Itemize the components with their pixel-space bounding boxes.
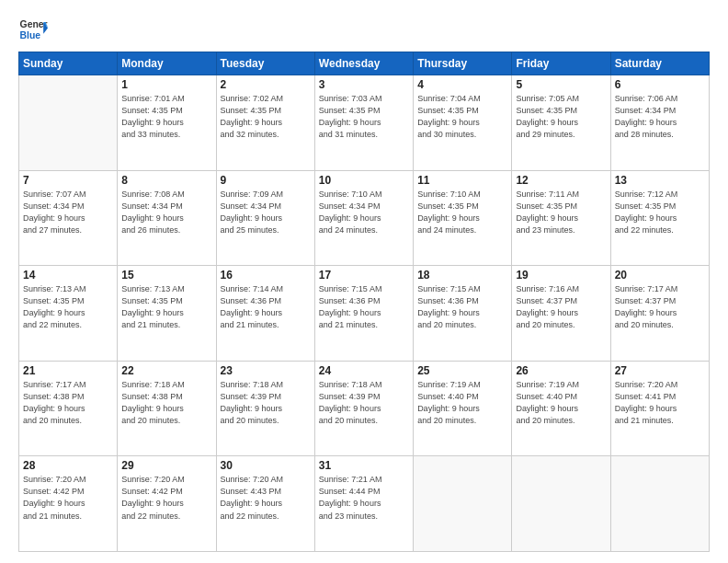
calendar-cell: 15Sunrise: 7:13 AMSunset: 4:35 PMDayligh… — [118, 266, 216, 362]
calendar-cell: 18Sunrise: 7:15 AMSunset: 4:36 PMDayligh… — [414, 266, 512, 362]
calendar-cell: 21Sunrise: 7:17 AMSunset: 4:38 PMDayligh… — [19, 361, 118, 456]
calendar-cell: 24Sunrise: 7:18 AMSunset: 4:39 PMDayligh… — [314, 361, 413, 456]
calendar-cell: 12Sunrise: 7:11 AMSunset: 4:35 PMDayligh… — [512, 170, 610, 266]
day-info: Sunrise: 7:17 AMSunset: 4:37 PMDaylight:… — [615, 283, 705, 331]
weekday-monday: Monday — [118, 52, 216, 75]
day-number: 10 — [319, 174, 409, 187]
day-number: 11 — [417, 174, 507, 187]
calendar-cell: 30Sunrise: 7:20 AMSunset: 4:43 PMDayligh… — [216, 456, 314, 552]
day-number: 22 — [121, 364, 211, 377]
day-number: 8 — [121, 174, 211, 187]
calendar-cell — [19, 75, 118, 171]
weekday-header-row: SundayMondayTuesdayWednesdayThursdayFrid… — [19, 52, 710, 75]
calendar-cell: 6Sunrise: 7:06 AMSunset: 4:34 PMDaylight… — [610, 75, 709, 171]
day-number: 21 — [23, 364, 113, 377]
day-info: Sunrise: 7:15 AMSunset: 4:36 PMDaylight:… — [319, 283, 409, 331]
calendar-cell: 5Sunrise: 7:05 AMSunset: 4:35 PMDaylight… — [512, 75, 610, 171]
day-number: 19 — [516, 269, 606, 282]
day-info: Sunrise: 7:04 AMSunset: 4:35 PMDaylight:… — [417, 93, 507, 141]
header: General Blue — [18, 15, 710, 44]
calendar-cell: 9Sunrise: 7:09 AMSunset: 4:34 PMDaylight… — [216, 170, 314, 266]
day-info: Sunrise: 7:20 AMSunset: 4:41 PMDaylight:… — [615, 379, 705, 427]
calendar-week-row: 28Sunrise: 7:20 AMSunset: 4:42 PMDayligh… — [19, 456, 710, 552]
day-info: Sunrise: 7:19 AMSunset: 4:40 PMDaylight:… — [417, 379, 507, 427]
day-number: 25 — [417, 364, 507, 377]
svg-text:Blue: Blue — [20, 30, 41, 40]
calendar-cell: 7Sunrise: 7:07 AMSunset: 4:34 PMDaylight… — [19, 170, 118, 266]
day-number: 7 — [23, 174, 113, 187]
day-number: 27 — [615, 364, 705, 377]
calendar-cell: 8Sunrise: 7:08 AMSunset: 4:34 PMDaylight… — [118, 170, 216, 266]
calendar-cell: 16Sunrise: 7:14 AMSunset: 4:36 PMDayligh… — [216, 266, 314, 362]
day-info: Sunrise: 7:12 AMSunset: 4:35 PMDaylight:… — [615, 189, 705, 236]
weekday-saturday: Saturday — [610, 52, 709, 75]
logo-icon: General Blue — [18, 15, 48, 44]
calendar-week-row: 14Sunrise: 7:13 AMSunset: 4:35 PMDayligh… — [19, 266, 710, 362]
calendar-cell: 1Sunrise: 7:01 AMSunset: 4:35 PMDaylight… — [118, 75, 216, 171]
day-info: Sunrise: 7:19 AMSunset: 4:40 PMDaylight:… — [516, 379, 606, 427]
day-info: Sunrise: 7:07 AMSunset: 4:34 PMDaylight:… — [23, 189, 113, 236]
day-number: 6 — [615, 78, 705, 91]
day-number: 23 — [221, 364, 311, 377]
day-number: 29 — [121, 459, 211, 472]
calendar-cell: 2Sunrise: 7:02 AMSunset: 4:35 PMDaylight… — [216, 75, 314, 171]
day-info: Sunrise: 7:18 AMSunset: 4:38 PMDaylight:… — [121, 379, 211, 427]
calendar-cell: 26Sunrise: 7:19 AMSunset: 4:40 PMDayligh… — [512, 361, 610, 456]
calendar-cell: 23Sunrise: 7:18 AMSunset: 4:39 PMDayligh… — [216, 361, 314, 456]
day-number: 28 — [23, 459, 113, 472]
day-number: 30 — [221, 459, 311, 472]
day-number: 3 — [319, 78, 409, 91]
calendar-cell: 28Sunrise: 7:20 AMSunset: 4:42 PMDayligh… — [19, 456, 118, 552]
calendar-cell: 13Sunrise: 7:12 AMSunset: 4:35 PMDayligh… — [610, 170, 709, 266]
day-number: 5 — [516, 78, 606, 91]
day-number: 17 — [319, 269, 409, 282]
day-info: Sunrise: 7:18 AMSunset: 4:39 PMDaylight:… — [221, 379, 311, 427]
calendar-cell: 31Sunrise: 7:21 AMSunset: 4:44 PMDayligh… — [314, 456, 413, 552]
calendar-cell — [512, 456, 610, 552]
day-number: 2 — [221, 78, 311, 91]
calendar-week-row: 7Sunrise: 7:07 AMSunset: 4:34 PMDaylight… — [19, 170, 710, 266]
day-number: 16 — [221, 269, 311, 282]
day-info: Sunrise: 7:14 AMSunset: 4:36 PMDaylight:… — [221, 283, 311, 331]
calendar-week-row: 1Sunrise: 7:01 AMSunset: 4:35 PMDaylight… — [19, 75, 710, 171]
calendar-cell: 25Sunrise: 7:19 AMSunset: 4:40 PMDayligh… — [414, 361, 512, 456]
day-number: 9 — [221, 174, 311, 187]
calendar-cell: 19Sunrise: 7:16 AMSunset: 4:37 PMDayligh… — [512, 266, 610, 362]
day-info: Sunrise: 7:20 AMSunset: 4:43 PMDaylight:… — [221, 474, 311, 522]
day-number: 18 — [417, 269, 507, 282]
calendar-table: SundayMondayTuesdayWednesdayThursdayFrid… — [18, 52, 710, 552]
day-info: Sunrise: 7:16 AMSunset: 4:37 PMDaylight:… — [516, 283, 606, 331]
weekday-wednesday: Wednesday — [314, 52, 413, 75]
calendar-cell: 3Sunrise: 7:03 AMSunset: 4:35 PMDaylight… — [314, 75, 413, 171]
day-number: 31 — [319, 459, 409, 472]
day-number: 24 — [319, 364, 409, 377]
day-info: Sunrise: 7:13 AMSunset: 4:35 PMDaylight:… — [121, 283, 211, 331]
day-info: Sunrise: 7:09 AMSunset: 4:34 PMDaylight:… — [221, 189, 311, 236]
day-number: 26 — [516, 364, 606, 377]
day-number: 1 — [121, 78, 211, 91]
day-number: 12 — [516, 174, 606, 187]
calendar-cell: 4Sunrise: 7:04 AMSunset: 4:35 PMDaylight… — [414, 75, 512, 171]
day-info: Sunrise: 7:15 AMSunset: 4:36 PMDaylight:… — [417, 283, 507, 331]
weekday-tuesday: Tuesday — [216, 52, 314, 75]
day-number: 15 — [121, 269, 211, 282]
day-info: Sunrise: 7:17 AMSunset: 4:38 PMDaylight:… — [23, 379, 113, 427]
day-info: Sunrise: 7:02 AMSunset: 4:35 PMDaylight:… — [221, 93, 311, 141]
weekday-friday: Friday — [512, 52, 610, 75]
day-info: Sunrise: 7:10 AMSunset: 4:34 PMDaylight:… — [319, 189, 409, 236]
day-number: 4 — [417, 78, 507, 91]
day-info: Sunrise: 7:20 AMSunset: 4:42 PMDaylight:… — [23, 474, 113, 522]
day-info: Sunrise: 7:01 AMSunset: 4:35 PMDaylight:… — [121, 93, 211, 141]
calendar-cell — [610, 456, 709, 552]
weekday-thursday: Thursday — [414, 52, 512, 75]
logo: General Blue — [18, 15, 48, 44]
day-info: Sunrise: 7:10 AMSunset: 4:35 PMDaylight:… — [417, 189, 507, 236]
day-number: 13 — [615, 174, 705, 187]
calendar-cell: 27Sunrise: 7:20 AMSunset: 4:41 PMDayligh… — [610, 361, 709, 456]
calendar-cell: 17Sunrise: 7:15 AMSunset: 4:36 PMDayligh… — [314, 266, 413, 362]
calendar-cell — [414, 456, 512, 552]
day-number: 20 — [615, 269, 705, 282]
day-info: Sunrise: 7:08 AMSunset: 4:34 PMDaylight:… — [121, 189, 211, 236]
calendar-cell: 10Sunrise: 7:10 AMSunset: 4:34 PMDayligh… — [314, 170, 413, 266]
day-info: Sunrise: 7:06 AMSunset: 4:34 PMDaylight:… — [615, 93, 705, 141]
